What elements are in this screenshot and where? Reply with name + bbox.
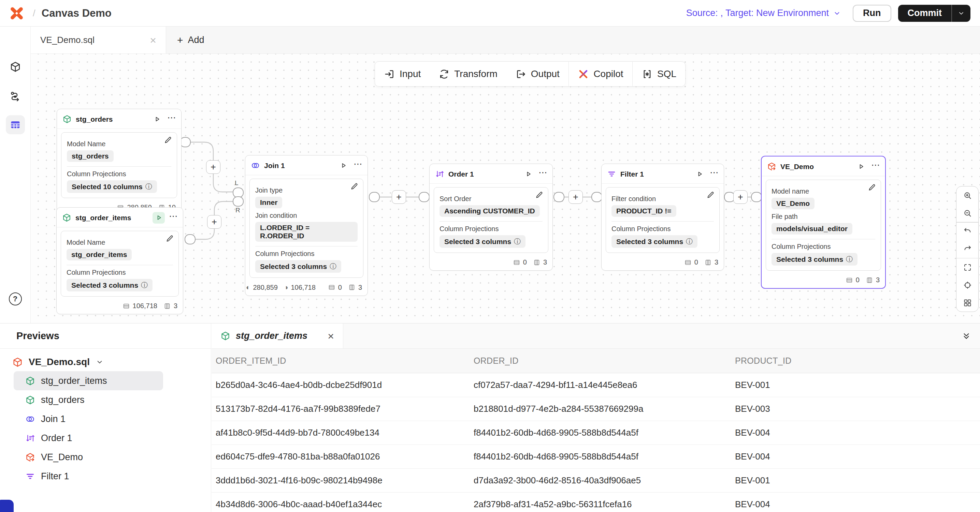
more-options-button[interactable]: ⋯ (710, 167, 719, 181)
input-handle-right[interactable] (233, 197, 243, 206)
toolbar-input-button[interactable]: Input (375, 62, 430, 86)
play-button[interactable] (153, 212, 165, 224)
info-icon[interactable]: ⓘ (145, 182, 152, 191)
rail-pipeline-button[interactable] (6, 87, 25, 106)
field-value-chip[interactable]: L.ORDER_ID = R.ORDER_ID (255, 222, 358, 242)
tree-item-stg-orders[interactable]: stg_orders (14, 390, 163, 409)
play-button[interactable] (337, 160, 349, 171)
more-options-button[interactable]: ⋯ (167, 113, 177, 126)
preview-tab-stg-order-items[interactable]: stg_order_items × (212, 323, 343, 349)
edit-pencil-icon[interactable] (350, 182, 359, 191)
more-options-button[interactable]: ⋯ (169, 211, 178, 224)
edit-pencil-icon[interactable] (164, 136, 173, 145)
field-value-chip[interactable]: Selected 10 columnsⓘ (67, 180, 157, 193)
field-value-chip[interactable]: PRODUCT_ID != (611, 205, 676, 217)
add-node-on-edge-button[interactable]: + (206, 160, 220, 174)
field-label: Model Name (67, 140, 171, 148)
edit-pencil-icon[interactable] (165, 235, 174, 243)
fit-view-button[interactable] (956, 258, 978, 276)
layout-grid-button[interactable] (956, 294, 978, 312)
field-value-chip[interactable]: Selected 3 columnsⓘ (772, 253, 858, 266)
play-button[interactable] (855, 161, 867, 173)
commit-button[interactable]: Commit (898, 5, 952, 22)
zoom-in-button[interactable] (956, 187, 978, 204)
edit-pencil-icon[interactable] (706, 191, 715, 200)
undo-button[interactable] (956, 223, 978, 240)
add-node-on-edge-button[interactable]: + (207, 215, 221, 229)
more-options-button[interactable]: ⋯ (353, 159, 363, 172)
output-handle[interactable] (180, 137, 190, 147)
more-options-button[interactable]: ⋯ (538, 167, 548, 181)
brand-logo-icon[interactable] (10, 6, 24, 21)
rail-models-button[interactable] (6, 57, 25, 76)
tree-item-ve-demo[interactable]: VE_Demo (14, 448, 163, 467)
field-value-chip[interactable]: stg_orders (67, 150, 114, 162)
tab-ve-demo-sql[interactable]: VE_Demo.sql × (31, 27, 166, 54)
node-stg-order-items[interactable]: stg_order_items ⋯ Model Name stg_order_i… (56, 207, 183, 314)
play-button[interactable] (522, 168, 535, 180)
tree-file-ve-demo-sql[interactable]: VE_Demo.sql (0, 353, 211, 371)
info-icon[interactable]: ⓘ (141, 281, 148, 290)
chevron-down-icon[interactable] (95, 358, 104, 366)
locate-button[interactable] (956, 276, 978, 294)
field-value-chip[interactable]: models/visual_editor (772, 223, 853, 235)
node-order-1[interactable]: Order 1 ⋯ Sort Order Ascending CUSTOMER_… (429, 163, 553, 271)
environment-selector[interactable]: Source: , Target: New Environment (686, 8, 841, 18)
field-value-chip[interactable]: Selected 3 columnsⓘ (611, 235, 697, 248)
toolbar-output-button[interactable]: Output (506, 62, 568, 86)
tree-item-order-1[interactable]: Order 1 (14, 428, 163, 448)
toolbar-sql-button[interactable]: SQL (633, 62, 685, 86)
field-value-chip[interactable]: Inner (255, 197, 282, 208)
add-node-on-edge-button[interactable]: + (568, 190, 583, 204)
toolbar-transform-button[interactable]: Transform (430, 62, 506, 86)
canvas[interactable]: L R + + + + + Input Transform Output Cop… (31, 54, 980, 323)
node-stats: 0 3 (430, 256, 552, 270)
field-value-chip[interactable]: Selected 3 columnsⓘ (439, 235, 525, 248)
collapse-panel-button[interactable] (953, 323, 980, 349)
info-icon[interactable]: ⓘ (686, 237, 693, 246)
info-icon[interactable]: ⓘ (329, 262, 336, 271)
toolbar-copilot-button[interactable]: Copilot (569, 62, 632, 86)
input-handle[interactable] (419, 192, 429, 202)
output-handle[interactable] (369, 192, 379, 202)
play-button[interactable] (694, 168, 706, 180)
add-node-on-edge-button[interactable]: + (392, 190, 406, 204)
chat-widget-button[interactable] (0, 500, 14, 512)
rail-table-button[interactable] (6, 115, 25, 134)
row-count: 0 (338, 284, 342, 292)
edit-pencil-icon[interactable] (868, 183, 877, 192)
tree-item-stg-order-items[interactable]: stg_order_items (14, 371, 163, 390)
play-button[interactable] (151, 114, 163, 125)
help-button[interactable]: ? (9, 292, 22, 306)
commit-dropdown-button[interactable] (952, 5, 970, 22)
field-value-chip[interactable]: Ascending CUSTOMER_ID (439, 205, 540, 217)
output-handle[interactable] (554, 192, 564, 202)
edit-pencil-icon[interactable] (535, 191, 544, 200)
node-join-1[interactable]: Join 1 ⋯ Join type Inner Join condition … (245, 155, 368, 296)
close-icon[interactable]: × (150, 35, 156, 46)
input-handle[interactable] (592, 192, 602, 202)
field-value-chip[interactable]: Selected 3 columnsⓘ (67, 279, 153, 292)
add-node-on-edge-button[interactable]: + (733, 190, 748, 204)
node-stg-orders[interactable]: stg_orders ⋯ Model Name stg_orders Colum… (57, 109, 181, 216)
add-tab-button[interactable]: + Add (166, 27, 215, 54)
input-handle-left[interactable] (233, 188, 243, 197)
field-value-chip[interactable]: stg_order_items (67, 249, 132, 260)
redo-button[interactable] (956, 240, 978, 258)
grid-icon (963, 298, 972, 308)
input-handle[interactable] (751, 192, 762, 202)
node-ve-demo[interactable]: VE_Demo ⋯ Model name VE_Demo File path m… (761, 156, 886, 289)
field-value-chip[interactable]: Selected 3 columnsⓘ (255, 260, 341, 273)
info-icon[interactable]: ⓘ (846, 255, 853, 264)
field-value-chip[interactable]: VE_Demo (772, 198, 815, 209)
node-filter-1[interactable]: Filter 1 ⋯ Filter condition PRODUCT_ID !… (601, 163, 724, 271)
more-options-button[interactable]: ⋯ (871, 160, 880, 173)
plus-icon: + (177, 35, 183, 46)
close-icon[interactable]: × (328, 331, 334, 342)
info-icon[interactable]: ⓘ (514, 237, 521, 246)
zoom-out-button[interactable] (956, 204, 978, 222)
run-button[interactable]: Run (853, 5, 891, 22)
tree-item-join-1[interactable]: Join 1 (14, 409, 163, 428)
tree-item-filter-1[interactable]: Filter 1 (14, 467, 163, 486)
output-handle[interactable] (185, 235, 195, 244)
